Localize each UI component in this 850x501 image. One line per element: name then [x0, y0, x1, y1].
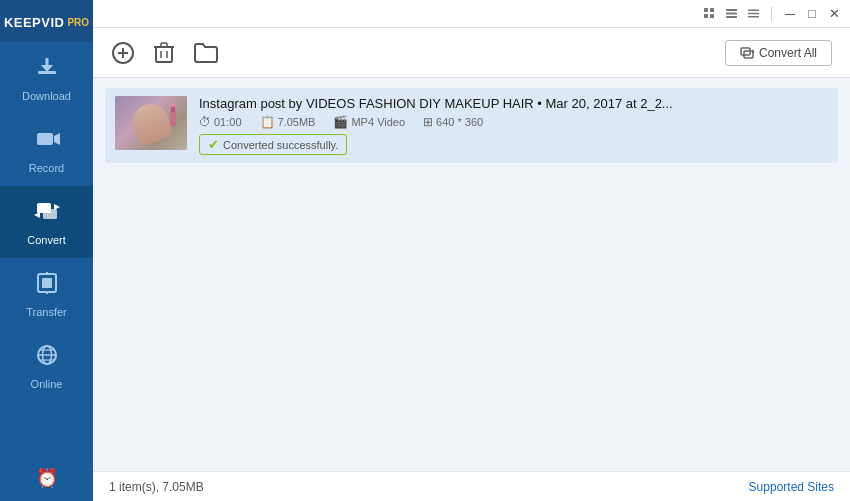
titlebar: ─ □ ✕ [93, 0, 850, 28]
svg-rect-6 [43, 209, 57, 219]
sidebar: KEEPVID PRO Download Reco [0, 0, 93, 501]
svg-rect-22 [726, 9, 737, 11]
supported-sites-link[interactable]: Supported Sites [749, 480, 834, 494]
duration-value: 01:00 [214, 116, 242, 128]
svg-rect-26 [748, 13, 759, 15]
svg-point-41 [170, 103, 176, 107]
sidebar-item-transfer[interactable]: Transfer [0, 258, 93, 330]
video-info: Instagram post by VIDEOS FASHION DIY MAK… [199, 96, 828, 155]
sidebar-item-download-label: Download [22, 90, 71, 102]
svg-marker-2 [41, 65, 53, 72]
svg-rect-33 [161, 43, 167, 47]
add-button[interactable] [111, 41, 135, 65]
video-item: Instagram post by VIDEOS FASHION DIY MAK… [105, 88, 838, 163]
statusbar-summary: 1 item(s), 7.05MB [109, 480, 204, 494]
app-name: KEEPVID [4, 15, 65, 30]
convert-icon [34, 198, 60, 228]
svg-rect-21 [710, 14, 714, 18]
app-pro-badge: PRO [67, 17, 89, 28]
window-controls: ─ □ ✕ [701, 6, 842, 22]
resolution-icon: ⊞ [423, 115, 433, 129]
resolution-meta: ⊞ 640 * 360 [423, 115, 483, 129]
sidebar-item-online[interactable]: Online [0, 330, 93, 402]
svg-rect-31 [156, 47, 172, 62]
format-meta: 🎬 MP4 Video [333, 115, 405, 129]
svg-rect-19 [710, 8, 714, 12]
record-icon [34, 126, 60, 156]
sidebar-bottom: ⏰ [36, 465, 58, 501]
svg-rect-24 [726, 16, 737, 18]
sidebar-item-record[interactable]: Record [0, 114, 93, 186]
clock-meta-icon: ⏱ [199, 115, 211, 129]
online-icon [34, 342, 60, 372]
filesize-icon: 📋 [260, 115, 275, 129]
sidebar-item-record-label: Record [29, 162, 64, 174]
video-thumbnail [115, 96, 187, 150]
minimize-button[interactable]: ─ [782, 6, 798, 22]
delete-button[interactable] [153, 41, 175, 65]
svg-rect-18 [704, 8, 708, 12]
app-logo: KEEPVID PRO [0, 0, 93, 42]
svg-marker-8 [34, 212, 40, 218]
transfer-icon [34, 270, 60, 300]
sidebar-nav: Download Record Convert [0, 42, 93, 465]
sidebar-item-download[interactable]: Download [0, 42, 93, 114]
svg-rect-39 [170, 110, 176, 126]
svg-rect-20 [704, 14, 708, 18]
toolbar-left [111, 41, 219, 65]
convert-all-button[interactable]: Convert All [725, 40, 832, 66]
status-text: Converted successfully. [223, 139, 338, 151]
svg-rect-25 [748, 10, 759, 12]
statusbar: 1 item(s), 7.05MB Supported Sites [93, 471, 850, 501]
filesize-meta: 📋 7.05MB [260, 115, 316, 129]
grid-icon-btn[interactable] [701, 6, 717, 22]
video-title: Instagram post by VIDEOS FASHION DIY MAK… [199, 96, 828, 111]
svg-rect-3 [37, 133, 53, 145]
content-area: Instagram post by VIDEOS FASHION DIY MAK… [93, 78, 850, 471]
svg-rect-23 [726, 13, 737, 15]
format-icon: 🎬 [333, 115, 348, 129]
filesize-value: 7.05MB [278, 116, 316, 128]
svg-marker-4 [54, 133, 60, 145]
convert-all-label: Convert All [759, 46, 817, 60]
toolbar: Convert All [93, 28, 850, 78]
check-icon: ✔ [208, 137, 219, 152]
sidebar-item-online-label: Online [31, 378, 63, 390]
svg-rect-10 [42, 278, 52, 288]
sidebar-item-transfer-label: Transfer [26, 306, 67, 318]
status-badge: ✔ Converted successfully. [199, 134, 347, 155]
close-button[interactable]: ✕ [826, 6, 842, 22]
video-meta: ⏱ 01:00 📋 7.05MB 🎬 MP4 Video ⊞ 640 * 360 [199, 115, 828, 129]
folder-button[interactable] [193, 42, 219, 64]
settings-icon-btn[interactable] [745, 6, 761, 22]
download-icon [34, 54, 60, 84]
list-icon-btn[interactable] [723, 6, 739, 22]
format-value: MP4 Video [351, 116, 405, 128]
clock-icon: ⏰ [36, 467, 58, 489]
resolution-value: 640 * 360 [436, 116, 483, 128]
main-panel: ─ □ ✕ Convert All [93, 0, 850, 501]
svg-rect-27 [748, 16, 759, 18]
duration-meta: ⏱ 01:00 [199, 115, 242, 129]
svg-marker-7 [54, 204, 60, 210]
sidebar-item-convert[interactable]: Convert [0, 186, 93, 258]
maximize-button[interactable]: □ [804, 6, 820, 22]
sidebar-item-convert-label: Convert [27, 234, 66, 246]
